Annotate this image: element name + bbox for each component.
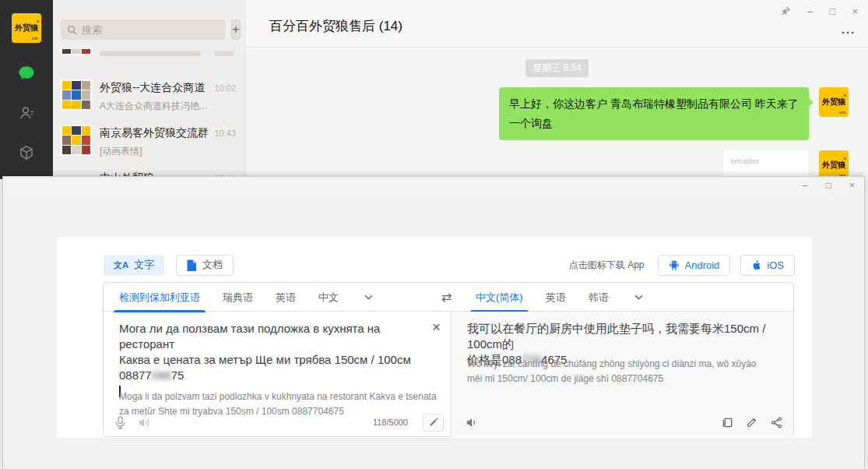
target-text-area: 我可以在餐厅的厨房中使用此垫子吗，我需要每米150cm / 100cm的 价格是… xyxy=(451,312,793,437)
user-avatar[interactable]: 外贸狼 xyxy=(12,13,41,43)
list-item-clipped-top[interactable] xyxy=(53,49,245,72)
target-pinyin: Wǒ kěyǐ zài cāntīng de chúfáng zhōng shǐ… xyxy=(467,357,767,386)
download-hint: 点击图标下载 App xyxy=(569,259,645,272)
message-avatar[interactable]: 外贸狼 xyxy=(819,87,849,117)
char-counter: 118/5000 xyxy=(373,414,408,430)
message-area: 星期三 8:54 早上好，你这边客户 青岛布瑞特橡塑制品有限公司 昨天来了一个询… xyxy=(246,48,868,179)
group-avatar xyxy=(61,79,92,111)
swap-languages-button[interactable]: ⇄ xyxy=(441,283,452,312)
maximize-button[interactable]: □ xyxy=(830,6,836,16)
chat-time: 10:02 xyxy=(214,83,236,93)
list-item[interactable]: 外贸狼--大连合众商道 10:02 A大连合众商道科技冯艳... xyxy=(53,72,245,118)
sent-message-bubble: 早上好，你这边客户 青岛布瑞特橡塑制品有限公司 昨天来了一个询盘 xyxy=(499,87,809,140)
translator-page: 文A 文字 文档 点击图标下载 App Android iOS xyxy=(57,237,812,438)
chevron-down-icon[interactable] xyxy=(364,294,373,300)
search-box[interactable] xyxy=(61,19,225,40)
chevron-down-icon[interactable] xyxy=(634,294,643,300)
mic-icon[interactable] xyxy=(114,416,126,429)
tab-documents[interactable]: 文档 xyxy=(176,255,234,276)
collections-box-icon[interactable] xyxy=(17,143,36,162)
source-phone-line: 0887704675 xyxy=(119,368,416,383)
listen-source-icon[interactable] xyxy=(138,417,150,428)
android-download-button[interactable]: Android xyxy=(658,255,731,276)
link-preview-text: brtrubber xyxy=(731,157,760,165)
language-bar: 检测到保加利亚语 瑞典语 英语 中文 ⇄ 中文(简体) 英语 韩语 xyxy=(104,283,793,312)
list-item[interactable]: 南京易客外贸狼交流群 10:43 [动画表情] xyxy=(53,118,245,163)
avatar-sub-mark xyxy=(32,37,38,40)
android-icon xyxy=(669,259,680,271)
source-lang-tab[interactable]: 英语 xyxy=(276,283,296,312)
chat-list-panel: + 外贸狼--大连合众商道 10:02 A大连合众商道科技冯艳... 南京易客外… xyxy=(53,0,245,179)
date-badge: 星期三 8:54 xyxy=(525,59,589,77)
android-label: Android xyxy=(685,259,720,271)
source-lang-tab-detected[interactable]: 检测到保加利亚语 xyxy=(119,283,200,312)
avatar-brand-text: 外贸狼 xyxy=(819,97,849,108)
screen: 外贸狼 + xyxy=(0,0,868,469)
close-button[interactable]: × xyxy=(852,6,858,16)
chat-time: 10:43 xyxy=(214,129,236,138)
search-input[interactable] xyxy=(82,24,219,36)
chat-preview: [动画表情] xyxy=(100,145,236,158)
chat-preview: A大连合众商道科技冯艳... xyxy=(100,100,236,113)
source-lang-tab[interactable]: 瑞典语 xyxy=(223,283,253,312)
ios-label: iOS xyxy=(767,259,784,271)
chat-main-panel: – □ × 百分百外贸狼售后 (14) ··· 星期三 8:54 早上好，你这边… xyxy=(245,0,868,179)
translator-window: – □ × 文A 文字 文档 点击图标下载 App A xyxy=(2,176,865,469)
avatar-sub-mark xyxy=(839,111,845,114)
share-translation-icon[interactable] xyxy=(771,417,782,428)
pin-icon[interactable] xyxy=(780,5,791,16)
avatar-brand-text: 外贸狼 xyxy=(819,160,849,171)
group-avatar xyxy=(61,49,92,55)
target-lang-tab[interactable]: 英语 xyxy=(546,283,566,312)
document-icon xyxy=(187,259,197,271)
chat-more-button[interactable]: ··· xyxy=(842,26,856,39)
clipped-time-remnant xyxy=(214,51,234,56)
tab-text-label: 文字 xyxy=(134,258,154,272)
tab-doc-label: 文档 xyxy=(202,258,223,272)
avatar-brand-text: 外贸狼 xyxy=(12,23,41,34)
edit-source-button[interactable] xyxy=(423,414,444,432)
translate-icon: 文A xyxy=(114,259,128,271)
message-row: 早上好，你这边客户 青岛布瑞特橡塑制品有限公司 昨天来了一个询盘 外贸狼 xyxy=(246,87,868,140)
clear-source-button[interactable]: × xyxy=(432,319,441,334)
wechat-sidebar: 外贸狼 xyxy=(0,0,53,179)
target-line: 我可以在餐厅的厨房中使用此垫子吗，我需要每米150cm / 100cm的 xyxy=(467,321,775,352)
source-lang-tab[interactable]: 中文 xyxy=(318,283,339,312)
chat-title: 南京易客外贸狼交流群 xyxy=(100,126,209,140)
apple-icon xyxy=(751,259,761,271)
translation-card: 检测到保加利亚语 瑞典语 英语 中文 ⇄ 中文(简体) 英语 韩语 xyxy=(103,282,794,437)
source-line: Мога ли да ползвам тази подложка в кухня… xyxy=(119,321,416,352)
close-button[interactable]: × xyxy=(849,181,855,190)
listen-target-icon[interactable] xyxy=(466,417,478,428)
redacted-digits: 046 xyxy=(152,368,171,382)
translator-titlebar[interactable]: – □ × xyxy=(3,177,864,196)
minimize-button[interactable]: – xyxy=(807,6,813,16)
minimize-button[interactable]: – xyxy=(803,181,808,190)
target-lang-tab[interactable]: 韩语 xyxy=(589,283,609,312)
tab-text[interactable]: 文A 文字 xyxy=(104,255,164,276)
maximize-button[interactable]: □ xyxy=(826,181,831,190)
chat-header-title: 百分百外贸狼售后 (14) xyxy=(246,0,868,35)
clipped-text-remnant xyxy=(100,51,201,56)
source-line: Каква е цената за метър Ще ми трябва 150… xyxy=(119,352,416,368)
chat-title: 外贸狼--大连合众商道 xyxy=(100,81,209,95)
chats-icon[interactable] xyxy=(17,64,36,83)
search-icon xyxy=(67,25,77,35)
source-text-area[interactable]: Мога ли да ползвам тази подложка в кухня… xyxy=(104,312,451,437)
copy-translation-icon[interactable] xyxy=(722,417,733,428)
ios-download-button[interactable]: iOS xyxy=(740,255,795,276)
contacts-icon[interactable] xyxy=(17,104,36,122)
target-lang-tab-zh[interactable]: 中文(简体) xyxy=(476,283,523,312)
registered-mark-dot xyxy=(844,157,846,160)
group-avatar xyxy=(61,125,92,156)
registered-mark-dot xyxy=(844,94,846,97)
registered-mark-dot xyxy=(37,20,39,23)
suggest-edit-icon[interactable] xyxy=(747,417,757,428)
add-chat-button[interactable]: + xyxy=(231,19,241,40)
